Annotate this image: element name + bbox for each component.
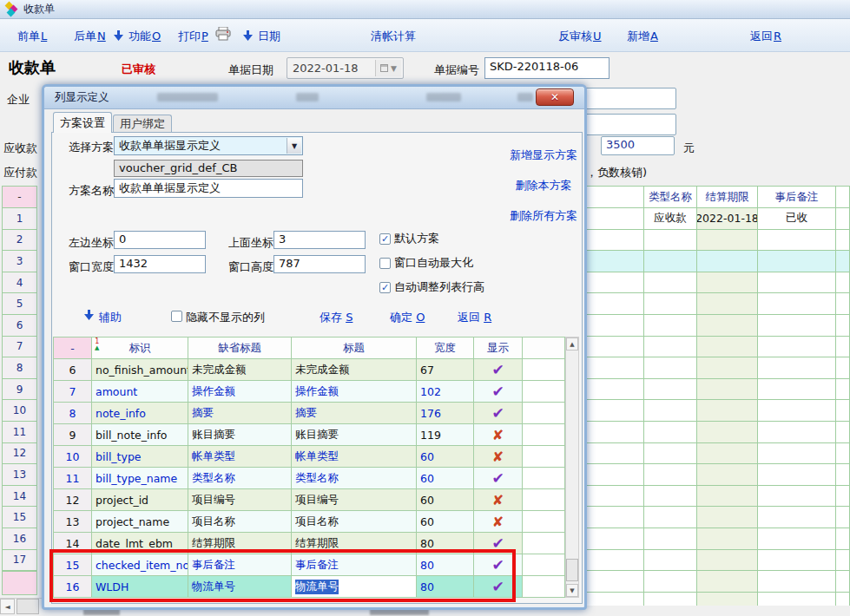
printer-icon[interactable] (215, 27, 231, 43)
clear-account-calc-button[interactable]: 清帐计算 (371, 29, 416, 44)
x-icon[interactable]: ✘ (492, 492, 504, 508)
delete-all-schemes-link[interactable]: 删除所有方案 (503, 208, 584, 224)
selected-text[interactable]: 物流单号 (295, 580, 339, 594)
title-cell[interactable]: 物流单号 (292, 576, 417, 598)
width-cell[interactable]: 60 (417, 511, 474, 533)
amount-input[interactable]: 3500 (601, 136, 675, 155)
width-cell[interactable]: 60 (417, 468, 474, 489)
table-row[interactable]: 6no_finish_amount未完成金额未完成金额67✔ (53, 359, 565, 381)
dialog-table-scrollbar[interactable]: ▲ ▼ (565, 337, 579, 598)
add-scheme-link[interactable]: 新增显示方案 (503, 147, 584, 163)
column-id-cell[interactable]: bill_note_info (92, 424, 188, 446)
coord-field-input[interactable]: 1432 (114, 255, 206, 273)
return-button[interactable]: 返回R (750, 29, 781, 44)
width-cell[interactable]: 60 (417, 489, 474, 511)
table-header-cell[interactable]: 标题 (292, 337, 417, 359)
combo-dropdown-arrow-icon[interactable]: ▼ (287, 138, 301, 154)
check-icon[interactable]: ✔ (491, 404, 504, 422)
next-doc-button[interactable]: 后单N (74, 29, 106, 44)
column-id-cell[interactable]: amount (92, 381, 188, 403)
default-title-cell[interactable]: 摘要 (188, 403, 292, 424)
checkbox-icon[interactable]: ✓ (379, 282, 391, 293)
table-row[interactable]: 12project_id项目编号项目编号60✘ (53, 489, 565, 511)
confirm-button[interactable]: 确定 O (390, 310, 425, 325)
table-header-cell[interactable]: 宽度 (417, 337, 474, 359)
tab-scheme-settings[interactable]: 方案设置 (53, 112, 112, 133)
scheme-select-combobox[interactable]: 收款单单据显示定义 ▼ (114, 136, 303, 155)
column-id-cell[interactable]: date_lmt_ebm (92, 533, 188, 554)
show-flag-cell[interactable]: ✘ (474, 511, 523, 533)
table-row[interactable]: 13project_name项目名称项目名称60✘ (53, 511, 565, 533)
show-flag-cell[interactable]: ✔ (474, 381, 523, 403)
default-title-cell[interactable]: 账目摘要 (188, 424, 292, 446)
show-flag-cell[interactable]: ✘ (474, 424, 523, 446)
auto-row-height-checkbox[interactable]: ✓自动调整列表行高 (379, 279, 484, 295)
check-icon[interactable]: ✔ (491, 383, 504, 400)
function-button[interactable]: 功能O (128, 29, 161, 44)
scheme-name-input[interactable]: 收款单单据显示定义 (114, 179, 303, 198)
hscroll-thumb[interactable] (16, 599, 39, 614)
delete-scheme-link[interactable]: 删除本方案 (503, 178, 584, 193)
table-row[interactable]: 11bill_type_name类型名称类型名称60✔ (53, 468, 565, 489)
scroll-down-icon[interactable]: ▼ (566, 584, 578, 597)
title-cell[interactable]: 结算期限 (292, 533, 417, 554)
check-icon[interactable]: ✔ (491, 361, 504, 378)
add-new-button[interactable]: 新增A (627, 29, 658, 44)
show-flag-cell[interactable]: ✔ (474, 468, 523, 489)
prev-doc-button[interactable]: 前单L (17, 29, 47, 44)
show-flag-cell[interactable]: ✔ (474, 554, 523, 576)
default-title-cell[interactable]: 物流单号 (188, 576, 292, 598)
unaudit-button[interactable]: 反审核U (558, 29, 602, 44)
table-row[interactable]: 7amount操作金额操作金额102✔ (53, 381, 565, 403)
column-id-cell[interactable]: project_name (92, 511, 188, 533)
column-id-cell[interactable]: WLDH (92, 576, 188, 598)
check-icon[interactable]: ✔ (491, 534, 504, 552)
check-icon[interactable]: ✔ (491, 578, 504, 595)
hide-hidden-cols-checkbox[interactable] (171, 311, 182, 322)
table-row[interactable]: 8note_info摘要摘要176✔ (53, 403, 565, 424)
column-id-cell[interactable]: no_finish_amount (92, 359, 188, 381)
show-flag-cell[interactable]: ✘ (474, 446, 523, 468)
coord-field-input[interactable]: 3 (273, 231, 366, 249)
tab-user-binding[interactable]: 用户绑定 (113, 115, 172, 133)
table-row[interactable]: 10bill_type帐单类型帐单类型60✘ (53, 446, 565, 468)
date-button[interactable]: 日期 (258, 29, 280, 44)
title-cell[interactable]: 项目编号 (292, 489, 417, 511)
dialog-titlebar[interactable]: 列显示定义 (44, 87, 584, 109)
show-flag-cell[interactable]: ✘ (474, 489, 523, 511)
vscroll-thumb[interactable] (566, 559, 578, 581)
default-title-cell[interactable]: 事后备注 (188, 554, 292, 576)
width-cell[interactable]: 176 (417, 403, 474, 424)
scroll-left-icon[interactable]: ◄ (0, 599, 15, 614)
show-flag-cell[interactable]: ✔ (474, 403, 523, 424)
default-title-cell[interactable]: 未完成金额 (188, 359, 292, 381)
check-icon[interactable]: ✔ (491, 469, 504, 487)
title-cell[interactable]: 未完成金额 (292, 359, 417, 381)
doc-no-input[interactable]: SKD-220118-06 (484, 57, 609, 79)
checkbox-icon[interactable] (379, 258, 391, 269)
default-title-cell[interactable]: 项目名称 (188, 511, 292, 533)
column-id-cell[interactable]: note_info (92, 403, 188, 424)
default-title-cell[interactable]: 结算期限 (188, 533, 292, 554)
x-icon[interactable]: ✘ (492, 514, 504, 530)
aux-dropdown-arrow-icon[interactable] (84, 310, 94, 323)
default-title-cell[interactable]: 项目编号 (188, 489, 292, 511)
table-header-cell[interactable]: 缺省标题 (188, 337, 292, 359)
checkbox-icon[interactable]: ✓ (379, 233, 391, 245)
default-title-cell[interactable]: 类型名称 (188, 468, 292, 489)
coord-field-input[interactable]: 787 (273, 255, 366, 273)
width-cell[interactable]: 67 (417, 359, 474, 381)
title-cell[interactable]: 事后备注 (292, 554, 417, 576)
aux-button[interactable]: 辅助 (99, 310, 122, 325)
show-flag-cell[interactable]: ✔ (474, 533, 523, 554)
print-button[interactable]: 打印P (178, 29, 208, 44)
title-cell[interactable]: 账目摘要 (292, 424, 417, 446)
width-cell[interactable]: 80 (417, 554, 474, 576)
table-row[interactable]: 15checked_item_not事后备注事后备注80✔ (53, 554, 565, 576)
table-header-cell[interactable]: - (53, 337, 92, 359)
title-cell[interactable]: 操作金额 (292, 381, 417, 403)
default-title-cell[interactable]: 帐单类型 (188, 446, 292, 468)
width-cell[interactable]: 80 (417, 576, 474, 598)
table-row[interactable]: 16WLDH物流单号物流单号80✔ (53, 576, 565, 598)
column-id-cell[interactable]: bill_type (92, 446, 188, 468)
